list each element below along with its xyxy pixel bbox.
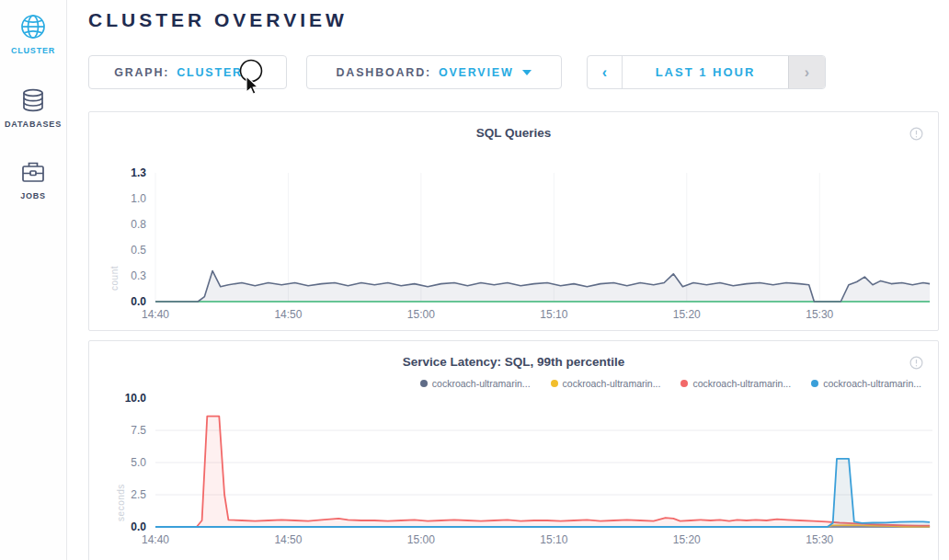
svg-text:15:30: 15:30 bbox=[806, 308, 833, 321]
svg-text:15:00: 15:00 bbox=[407, 308, 435, 321]
time-range-prev-button[interactable]: ‹ bbox=[588, 56, 623, 88]
sidebar-item-databases[interactable]: DATABASES bbox=[0, 55, 66, 129]
service-latency-plot: 0.02.55.07.510.014:4014:5015:0015:1015:2… bbox=[89, 391, 943, 554]
chart-card-sql-queries: SQL Queries count 0.00.30.50.81.01.314:4… bbox=[88, 111, 939, 331]
dashboard-dropdown[interactable]: DASHBOARD: OVERVIEW bbox=[306, 55, 562, 89]
svg-text:7.5: 7.5 bbox=[131, 424, 146, 437]
svg-text:15:20: 15:20 bbox=[673, 308, 701, 321]
svg-text:1.3: 1.3 bbox=[131, 166, 146, 179]
svg-text:15:30: 15:30 bbox=[806, 533, 833, 546]
page-title: CLUSTER OVERVIEW bbox=[88, 9, 348, 31]
svg-text:14:40: 14:40 bbox=[142, 533, 169, 546]
svg-text:14:40: 14:40 bbox=[142, 308, 169, 321]
sidebar-item-label: DATABASES bbox=[5, 120, 62, 129]
svg-text:15:00: 15:00 bbox=[407, 533, 435, 546]
chevron-down-icon bbox=[252, 70, 261, 75]
legend-dot-icon bbox=[551, 380, 558, 387]
sidebar: CLUSTER DATABASES JOBS bbox=[0, 0, 67, 560]
svg-text:15:10: 15:10 bbox=[540, 533, 567, 546]
legend-label: cockroach-ultramarin... bbox=[823, 378, 921, 389]
legend-item[interactable]: cockroach-ultramarin... bbox=[551, 378, 661, 389]
chart-card-service-latency: Service Latency: SQL, 99th percentile co… bbox=[88, 340, 939, 560]
chart-legend: cockroach-ultramarin...cockroach-ultrama… bbox=[420, 378, 921, 389]
graph-dropdown-value: CLUSTER bbox=[177, 66, 243, 79]
time-range-next-button[interactable]: › bbox=[788, 56, 825, 88]
svg-text:14:50: 14:50 bbox=[274, 308, 302, 321]
info-icon[interactable] bbox=[909, 356, 923, 370]
legend-label: cockroach-ultramarin... bbox=[432, 378, 531, 389]
cluster-overview-page: CLUSTER DATABASES JOBS CLUSTER OVERVIEW … bbox=[0, 0, 949, 560]
svg-text:0.3: 0.3 bbox=[131, 269, 146, 282]
svg-text:10.0: 10.0 bbox=[125, 392, 147, 405]
svg-text:0.5: 0.5 bbox=[131, 244, 146, 257]
sidebar-item-cluster[interactable]: CLUSTER bbox=[0, 0, 66, 55]
chart-title: Service Latency: SQL, 99th percentile bbox=[89, 341, 938, 369]
chevron-down-icon bbox=[522, 70, 532, 75]
svg-text:0.0: 0.0 bbox=[131, 520, 146, 533]
legend-item[interactable]: cockroach-ultramarin... bbox=[811, 378, 921, 389]
sidebar-item-label: CLUSTER bbox=[11, 46, 55, 55]
sidebar-item-jobs[interactable]: JOBS bbox=[0, 129, 66, 200]
svg-text:14:50: 14:50 bbox=[274, 533, 302, 546]
svg-text:1.0: 1.0 bbox=[131, 192, 146, 205]
graph-dropdown-label: GRAPH: bbox=[114, 66, 169, 79]
svg-text:2.5: 2.5 bbox=[131, 488, 146, 501]
sql-queries-plot: 0.00.30.50.81.01.314:4014:5015:0015:1015… bbox=[89, 166, 943, 329]
briefcase-icon bbox=[19, 158, 47, 186]
legend-dot-icon bbox=[420, 380, 428, 387]
dashboard-dropdown-label: DASHBOARD: bbox=[337, 66, 431, 79]
legend-dot-icon bbox=[811, 380, 818, 387]
svg-text:0.8: 0.8 bbox=[131, 218, 146, 231]
legend-label: cockroach-ultramarin... bbox=[563, 378, 661, 389]
globe-icon bbox=[19, 13, 47, 40]
legend-item[interactable]: cockroach-ultramarin... bbox=[420, 378, 531, 389]
graph-dropdown[interactable]: GRAPH: CLUSTER bbox=[88, 55, 287, 89]
legend-label: cockroach-ultramarin... bbox=[692, 378, 791, 389]
database-icon bbox=[19, 86, 47, 114]
info-icon[interactable] bbox=[909, 127, 923, 141]
dashboard-dropdown-value: OVERVIEW bbox=[439, 66, 514, 79]
svg-text:0.0: 0.0 bbox=[131, 295, 146, 308]
legend-item[interactable]: cockroach-ultramarin... bbox=[680, 378, 791, 389]
svg-text:15:10: 15:10 bbox=[540, 308, 567, 321]
time-range-selector: ‹ LAST 1 HOUR › bbox=[587, 55, 826, 89]
legend-dot-icon bbox=[680, 380, 688, 387]
svg-text:15:20: 15:20 bbox=[673, 533, 701, 546]
time-range-value[interactable]: LAST 1 HOUR bbox=[623, 56, 788, 88]
chart-title: SQL Queries bbox=[89, 112, 938, 140]
svg-text:5.0: 5.0 bbox=[131, 456, 146, 469]
sidebar-item-label: JOBS bbox=[20, 191, 46, 200]
